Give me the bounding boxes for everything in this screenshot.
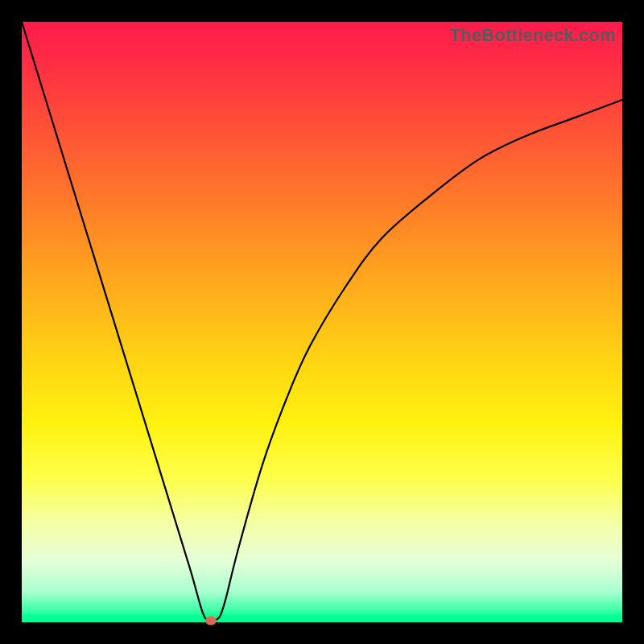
- plot-area: TheBottleneck.com: [22, 22, 622, 622]
- optimum-marker: [205, 616, 217, 625]
- chart-frame: TheBottleneck.com: [0, 0, 644, 644]
- bottleneck-curve: [22, 22, 622, 621]
- curve-layer: [22, 22, 622, 622]
